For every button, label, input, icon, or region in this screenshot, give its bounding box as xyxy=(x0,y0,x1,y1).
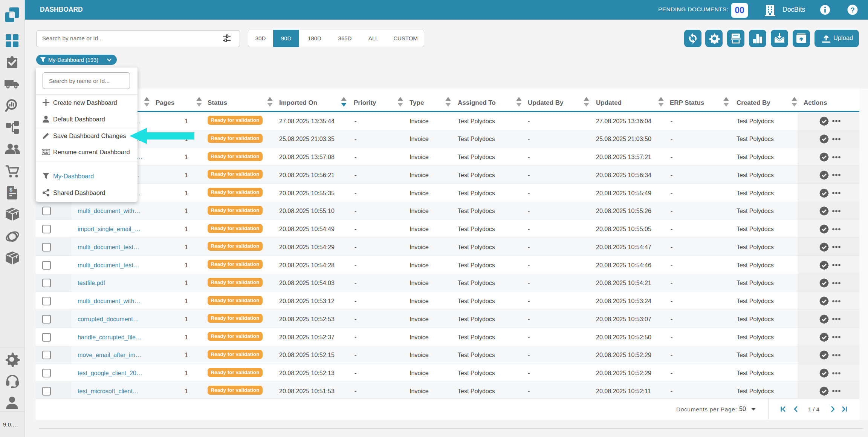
svg-text:$: $ xyxy=(9,187,12,193)
svg-text:?: ? xyxy=(850,6,855,14)
